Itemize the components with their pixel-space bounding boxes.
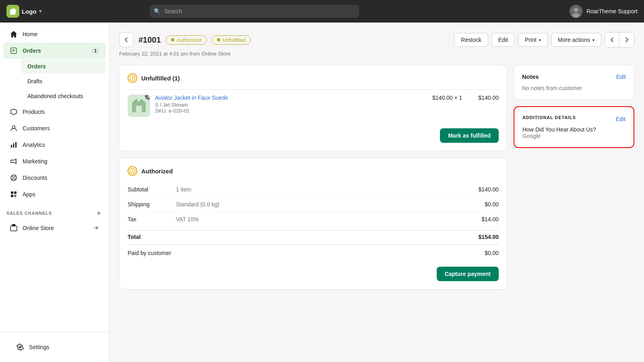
- additional-details-card: ADDITIONAL DETAILS Edit How Did You Hear…: [514, 106, 634, 148]
- total-amount: $154.00: [478, 234, 499, 240]
- subnav-orders-label: Orders: [27, 63, 46, 70]
- mark-fulfilled-row: Mark as fulfilled: [128, 128, 499, 143]
- payment-rows: Subtotal 1 item $140.00 Shipping Standar…: [128, 182, 499, 260]
- online-store-eye-icon[interactable]: 👁: [94, 225, 99, 231]
- svg-rect-6: [13, 143, 14, 148]
- svg-point-8: [12, 176, 13, 177]
- back-button[interactable]: [119, 33, 134, 47]
- sidebar-item-analytics-label: Analytics: [23, 142, 45, 148]
- svg-rect-13: [11, 195, 13, 197]
- product-variant: S / Jet Stream: [155, 102, 427, 108]
- product-details: Aviator Jacket in Faux Suede S / Jet Str…: [155, 95, 427, 114]
- marketing-icon: [10, 157, 18, 165]
- unfulfilled-badge: Unfulfilled: [212, 35, 251, 45]
- sidebar-item-apps[interactable]: Apps: [3, 186, 106, 202]
- top-nav: Logo ▾ 🔍 RoarTheme Support: [0, 0, 644, 23]
- authorized-badge: Authorized: [166, 35, 207, 45]
- sidebar-item-customers[interactable]: Customers: [3, 120, 106, 136]
- svg-rect-11: [11, 191, 13, 194]
- user-name: RoarTheme Support: [586, 8, 638, 14]
- apps-icon: [10, 190, 18, 198]
- sidebar-footer: Settings: [0, 332, 109, 362]
- notes-edit-link[interactable]: Edit: [616, 74, 626, 80]
- subtotal-detail: 1 item: [176, 186, 478, 193]
- more-actions-chevron-icon: ▾: [592, 38, 594, 42]
- svg-point-9: [14, 179, 16, 180]
- sidebar-item-discounts[interactable]: Discounts: [3, 170, 106, 186]
- logo-area[interactable]: Logo ▾: [6, 5, 41, 18]
- paid-label: Paid by customer: [128, 250, 176, 256]
- search-icon: 🔍: [154, 8, 161, 14]
- user-avatar[interactable]: [570, 5, 582, 18]
- svg-point-1: [574, 8, 578, 12]
- sidebar-item-home-label: Home: [23, 31, 37, 37]
- product-total-price: $140.00: [478, 95, 499, 101]
- sidebar-item-orders[interactable]: Orders 1: [3, 43, 106, 59]
- sidebar-item-products[interactable]: Products: [3, 104, 106, 120]
- header-actions: Restock Edit Print ▾ More actions ▾: [454, 32, 634, 47]
- subnav-item-orders[interactable]: Orders: [21, 59, 106, 74]
- sidebar-item-marketing[interactable]: Marketing: [3, 153, 106, 169]
- capture-payment-button[interactable]: Capture payment: [437, 267, 499, 281]
- notes-header: Notes Edit: [522, 73, 626, 80]
- product-sku: SKU: e-020-01: [155, 108, 427, 114]
- payment-row-shipping: Shipping Standard (0.0 kg) $0.00: [128, 197, 499, 212]
- home-icon: [10, 30, 18, 38]
- subnav-abandoned-label: Abandoned checkouts: [27, 93, 83, 99]
- notes-card: Notes Edit No notes from customer: [514, 65, 634, 100]
- print-button[interactable]: Print ▾: [518, 33, 548, 47]
- settings-icon: [16, 343, 24, 351]
- customers-icon: [10, 124, 18, 132]
- additional-details-edit-link[interactable]: Edit: [616, 116, 625, 122]
- restock-button[interactable]: Restock: [454, 33, 488, 47]
- authorized-status-icon: [128, 166, 137, 176]
- sidebar-item-apps-label: Apps: [23, 191, 35, 197]
- payment-row-subtotal: Subtotal 1 item $140.00: [128, 182, 499, 197]
- svg-rect-12: [14, 191, 17, 194]
- order-body: Unfulfilled (1) 1: [119, 65, 634, 290]
- payment-row-total: Total $154.00: [128, 230, 499, 245]
- product-image: 1: [128, 95, 150, 117]
- edit-button[interactable]: Edit: [491, 33, 515, 47]
- authorized-dot: [171, 38, 174, 41]
- add-sales-channel-button[interactable]: ＋: [95, 209, 103, 217]
- unfulfilled-title: Unfulfilled (1): [128, 73, 499, 83]
- order-main-column: Unfulfilled (1) 1: [119, 65, 507, 290]
- additional-details-title: ADDITIONAL DETAILS: [522, 115, 576, 120]
- product-name-link[interactable]: Aviator Jacket in Faux Suede: [155, 95, 228, 101]
- product-row: 1 Aviator Jacket in Faux Suede S / Jet S…: [128, 89, 499, 122]
- next-order-button[interactable]: [619, 33, 634, 47]
- sidebar-item-settings[interactable]: Settings: [10, 339, 99, 355]
- additional-details-question: How Did You Hear About Us?: [522, 126, 625, 133]
- order-nav-arrows: [605, 32, 634, 47]
- prev-order-button[interactable]: [605, 33, 619, 47]
- blurred-section-1: [514, 154, 634, 187]
- subnav-item-drafts[interactable]: Drafts: [21, 74, 106, 88]
- analytics-icon: [10, 141, 18, 149]
- orders-badge: 1: [91, 48, 99, 53]
- payment-row-tax: Tax VAT 10% $14.00: [128, 212, 499, 227]
- sidebar-item-online-store[interactable]: Online Store 👁: [3, 220, 106, 236]
- unfulfilled-status-icon: [128, 73, 137, 83]
- unfulfilled-dot: [217, 38, 220, 41]
- online-store-label: Online Store: [23, 225, 54, 231]
- total-label: Total: [128, 234, 176, 240]
- sidebar-item-customers-label: Customers: [23, 125, 50, 132]
- more-actions-button[interactable]: More actions ▾: [551, 33, 601, 47]
- sidebar-item-analytics[interactable]: Analytics: [3, 137, 106, 153]
- capture-row: Capture payment: [128, 267, 499, 281]
- sidebar-nav: Home Orders 1 Orders Drafts Abandone: [0, 23, 109, 332]
- sidebar-item-orders-label: Orders: [23, 47, 41, 54]
- svg-rect-3: [11, 48, 17, 53]
- order-number: #1001: [138, 35, 161, 45]
- mark-fulfilled-button[interactable]: Mark as fulfilled: [440, 128, 499, 143]
- order-sidebar-right: Notes Edit No notes from customer ADDITI…: [514, 65, 634, 290]
- search-input[interactable]: [150, 5, 359, 18]
- paid-amount: $0.00: [485, 250, 499, 256]
- logo-label: Logo: [22, 8, 37, 15]
- authorized-title: Authorized: [128, 166, 499, 176]
- tax-detail: VAT 10%: [176, 216, 481, 222]
- sidebar-item-home[interactable]: Home: [3, 26, 106, 42]
- subnav-item-abandoned[interactable]: Abandoned checkouts: [21, 89, 106, 103]
- authorized-card: Authorized Subtotal 1 item $140.00 Shipp…: [119, 158, 507, 290]
